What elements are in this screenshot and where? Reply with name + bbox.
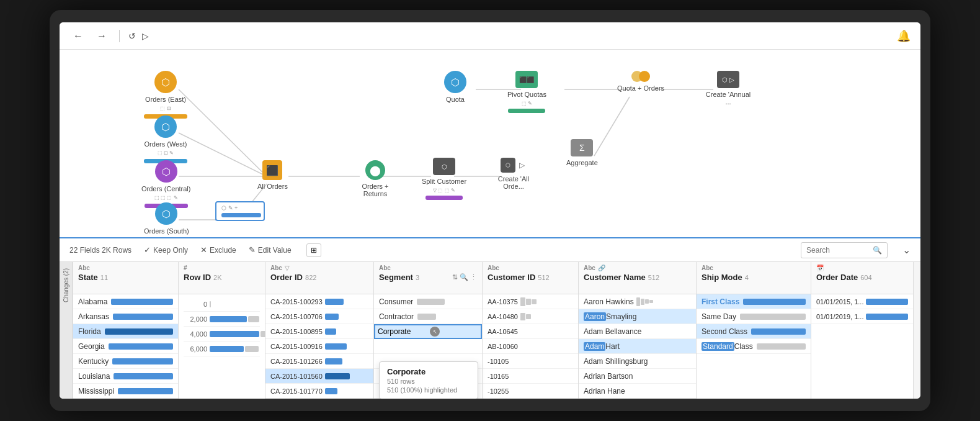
row-id-num-1: 2,000 <box>184 312 260 327</box>
customer-id-cell-5: -10165 <box>483 369 578 384</box>
cust-name-cell-5: Adrian Bartson <box>579 369 696 384</box>
segment-cell-3 <box>374 339 482 354</box>
col-order-date-header: 📅 Order Date 604 <box>811 262 913 294</box>
edit-value-icon: ✎ <box>249 245 256 255</box>
flow-node-split-customer[interactable]: ⬡ Split Customer ▽ ⬚ ⬚ ✎ <box>422 158 466 200</box>
refresh-button[interactable]: ↺ <box>128 31 136 41</box>
state-cell-3: Georgia <box>73 339 178 354</box>
bottom-panel: 22 Fields 2K Rows ✓ Keep Only ✕ Exclude … <box>60 237 920 399</box>
data-grid-wrapper: Changes (2) Abc State 11 <box>60 262 920 399</box>
col-order-id-header: Abc ▽ Order ID 822 <box>265 262 373 294</box>
state-bar-3 <box>109 343 173 350</box>
customer-name-col-body: Aaron Hawkins Aaron Smaylin <box>579 294 696 399</box>
search-box: 🔍 <box>801 242 888 258</box>
flow-node-orders-east[interactable]: ⬡ Orders (East) ⬚ ⊡ <box>144 71 187 119</box>
flow-node-orders-west[interactable]: ⬡ Orders (West) ⬚ ⊡ ✎ <box>144 115 187 163</box>
cust-name-mini-bars-0 <box>636 296 691 308</box>
run-button[interactable]: ▷ <box>142 31 149 41</box>
ship-mode-cell-0: First Class <box>697 294 811 309</box>
quota-orders-icon <box>631 71 650 82</box>
order-id-type-badge: Abc <box>270 265 282 271</box>
tooltip-rows: 510 rows <box>387 378 470 385</box>
orders-east-label: Orders (East) <box>145 96 186 103</box>
ship-mode-cell-2: Second Class <box>697 324 811 339</box>
tooltip-highlighted: 510 (100%) highlighted <box>387 386 470 394</box>
customer-id-cell-2: AA-10645 <box>483 324 578 339</box>
back-button[interactable]: ← <box>69 29 87 43</box>
row-id-bar-1 <box>210 316 247 322</box>
flow-node-orders-central[interactable]: ⬡ Orders (Central) ⬚ ⬚ ⬚ ✎ <box>141 160 190 208</box>
flow-node-orders-returns[interactable]: ⬤ Orders + Returns <box>350 160 400 197</box>
bell-icon: 🔔 <box>897 29 911 43</box>
quota-orders-label: Quota + Orders <box>617 84 664 92</box>
customer-name-count: 512 <box>648 274 659 281</box>
orders-returns-icon: ⬤ <box>365 160 385 180</box>
state-cell-0: Alabama <box>73 294 178 309</box>
grid-view-button[interactable]: ⊞ <box>306 243 321 257</box>
flow-node-quota[interactable]: ⬡ Quota <box>444 71 466 103</box>
cust-name-cell-1: Aaron Smayling <box>579 309 696 324</box>
flow-node-pivot-quotas[interactable]: ⬛⬛ Pivot Quotas ⬚ ✎ <box>507 71 546 113</box>
customer-id-count: 512 <box>538 274 549 281</box>
segment-search-btn[interactable]: 🔍 <box>460 273 468 281</box>
customer-name-link-icon: 🔗 <box>598 265 605 271</box>
svg-line-0 <box>179 89 267 176</box>
orders-east-icon: ⬡ <box>154 71 177 93</box>
order-id-bar-1 <box>325 314 339 320</box>
cust-name-cell-6: Adrian Hane <box>579 384 696 399</box>
order-id-count: 822 <box>305 274 316 281</box>
ship-mode-col-body: First Class Same Day Second Class <box>697 294 811 354</box>
customer-name-title: Customer Name <box>584 273 646 282</box>
customer-name-type-badge: Abc <box>584 265 595 271</box>
customer-id-mini-bars-0 <box>520 296 573 308</box>
top-bar-left: ← → ↺ ▷ <box>69 29 149 43</box>
exclude-action[interactable]: ✕ Exclude <box>200 245 236 255</box>
search-input[interactable] <box>806 246 873 255</box>
flow-node-aggregate[interactable]: Σ Aggregate <box>566 139 598 166</box>
create-annual-icon: ⬡ ▷ <box>717 71 739 88</box>
keep-only-action[interactable]: ✓ Keep Only <box>144 245 188 255</box>
col-ship-mode-header: Abc Ship Mode 4 <box>697 262 811 294</box>
order-id-title: Order ID <box>270 273 303 282</box>
pivot-quotas-bar <box>508 109 545 113</box>
cursor-icon: ↖ <box>430 327 440 337</box>
create-all-orde-icon: ⬡ ▷ <box>501 158 527 173</box>
split-customer-bar <box>425 196 463 200</box>
row-id-num-3: 6,000 <box>184 342 260 356</box>
order-id-cell-1: CA-2015-100706 <box>265 309 373 324</box>
top-bar-right: 🔔 <box>897 29 911 43</box>
order-date-bar-0 <box>866 299 908 305</box>
order-id-cell-2: CA-2015-100895 <box>265 324 373 339</box>
customer-id-cell-4: -10105 <box>483 354 578 369</box>
segment-menu-btn[interactable]: ⋮ <box>470 273 477 281</box>
segment-cell-0: Consumer <box>374 294 482 309</box>
filter-node[interactable]: ⬡ ✎ + <box>215 201 265 221</box>
segment-edit-input[interactable] <box>378 327 427 336</box>
filter-node-icons: ⬡ ✎ + <box>221 205 259 211</box>
orders-south-label: Orders (South) <box>144 227 189 235</box>
order-date-cell-1: 01/01/2019, 1... <box>811 309 913 324</box>
flow-node-orders-south[interactable]: ⬡ Orders (South) <box>144 202 189 235</box>
segment-bar-0 <box>417 299 445 305</box>
customer-id-cell-3: AB-10060 <box>483 339 578 354</box>
flow-node-create-annual[interactable]: ⬡ ▷ Create 'Annual ... <box>703 71 753 106</box>
row-id-bar-2 <box>210 331 259 337</box>
flow-node-quota-orders[interactable]: Quota + Orders <box>617 71 664 92</box>
quota-label: Quota <box>446 96 465 103</box>
segment-count: 3 <box>416 274 419 281</box>
segment-col-actions: ⇅ 🔍 ⋮ <box>452 273 477 281</box>
flow-node-all-orders[interactable]: ⬛ All Orders <box>257 160 288 190</box>
flow-node-create-all-orde[interactable]: ⬡ ▷ Create 'All Orde... <box>489 158 538 190</box>
segment-sort-btn[interactable]: ⇅ <box>452 273 458 281</box>
col-state: Abc State 11 Alabama <box>73 262 179 399</box>
row-id-bar-3 <box>210 346 244 352</box>
ship-mode-title: Ship Mode <box>702 273 742 282</box>
expand-button[interactable]: ⌄ <box>902 244 911 256</box>
forward-button[interactable]: → <box>93 29 110 43</box>
edit-value-action[interactable]: ✎ Edit Value <box>249 245 292 255</box>
flow-area: ⬡ Orders (East) ⬚ ⊡ ⬡ Orders (West) ⬚ ⊡ … <box>74 60 906 227</box>
order-id-col-body: CA-2015-100293 CA-2015-100706 CA-2015-10… <box>265 294 373 399</box>
order-id-bar-3 <box>325 343 347 350</box>
ship-mode-type-badge: Abc <box>702 265 713 271</box>
segment-cell-2[interactable]: ↖ <box>374 324 482 339</box>
